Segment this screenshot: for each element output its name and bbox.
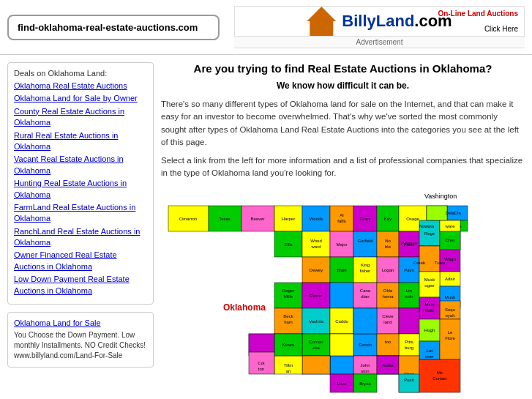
deals-title: Deals on Oklahoma Land: — [14, 69, 147, 78]
county-blaine[interactable] — [330, 257, 353, 283]
county-johnston[interactable] — [353, 356, 377, 374]
county-alfalfa[interactable] — [330, 206, 353, 231]
county-tulsa[interactable] — [419, 246, 440, 272]
county-oklahoma[interactable] — [377, 283, 399, 308]
county-kiowa[interactable] — [274, 334, 302, 356]
oklahoma-map: Vashington Cimarron Texas Beaver Harper … — [161, 187, 476, 400]
county-garfield[interactable] — [353, 231, 377, 257]
ad-banner[interactable]: BillyLand .com On-Line Land Auctions Cli… — [234, 6, 525, 37]
sidebar-deals: Deals on Oklahoma Land: Oklahoma Real Es… — [7, 62, 154, 305]
dela-label: Dela — [446, 211, 455, 215]
ware-label: ware — [444, 224, 455, 228]
header: find-oklahoma-real-estate-auctions.com B… — [0, 0, 532, 55]
county-canadian[interactable] — [353, 283, 377, 308]
county-lincoln[interactable] — [399, 283, 419, 308]
sidebar-link-8[interactable]: RanchLand Real Estate Auctions in Oklaho… — [14, 226, 147, 249]
county-noble[interactable] — [377, 231, 399, 257]
url-bar: find-oklahoma-real-estate-auctions.com — [7, 15, 220, 40]
county-mcclain[interactable] — [353, 308, 377, 334]
click-here[interactable]: Click Here — [484, 25, 518, 33]
sidebar-link-10[interactable]: Low Down Payment Real Estate Auctions in… — [14, 274, 147, 297]
billboard-name: BillyLand — [342, 12, 414, 31]
sidebar-link-1[interactable]: Oklahoma Real Estate Auctions — [14, 81, 147, 92]
sub-heading: We know how difficult it can be. — [161, 81, 525, 91]
county-ellis[interactable] — [274, 231, 302, 257]
county-murray[interactable] — [377, 334, 399, 356]
sidebar-land: Oklahoma Land for Sale You Choose the Do… — [7, 312, 154, 368]
county-carter[interactable] — [330, 334, 353, 356]
land-title-link[interactable]: Oklahoma Land for Sale — [14, 318, 147, 327]
county-beaver[interactable] — [241, 206, 274, 231]
main-heading: Are you trying to find Real Estate Aucti… — [161, 62, 525, 75]
county-cimarron[interactable] — [168, 206, 209, 231]
land-description: You Choose the Down Payment. Low monthly… — [14, 330, 147, 361]
county-cotton[interactable] — [302, 356, 330, 374]
county-dewey[interactable] — [302, 257, 330, 283]
county-marshall[interactable] — [330, 356, 353, 374]
county-garvin[interactable] — [353, 334, 377, 356]
county-major[interactable] — [330, 231, 353, 257]
county-woods[interactable] — [302, 206, 330, 231]
county-greer[interactable] — [249, 334, 274, 352]
sidebar-link-9[interactable]: Owner Financed Real Estate Auctions in O… — [14, 250, 147, 272]
county-seminole[interactable] — [399, 308, 419, 334]
county-mcintosh[interactable] — [419, 297, 440, 319]
county-beckham[interactable] — [274, 308, 302, 334]
county-woodward[interactable] — [302, 231, 330, 257]
county-roger-mills[interactable] — [274, 283, 302, 308]
county-kingfisher[interactable] — [353, 257, 377, 283]
county-okmulgee[interactable] — [419, 272, 440, 297]
county-bryan[interactable] — [353, 374, 377, 392]
content: Are you trying to find Real Estate Aucti… — [161, 62, 525, 399]
county-logan[interactable] — [377, 257, 399, 283]
county-cherokee[interactable] — [440, 231, 460, 250]
sidebar: Deals on Oklahoma Land: Oklahoma Real Es… — [7, 62, 154, 399]
county-comanche[interactable] — [302, 334, 330, 356]
county-kay[interactable] — [377, 206, 399, 231]
ad-label: Advertisement — [234, 37, 525, 48]
main-content: Deals on Oklahoma Land: Oklahoma Real Es… — [0, 55, 532, 399]
county-blaine-2[interactable] — [330, 283, 353, 308]
county-latimer[interactable] — [419, 341, 440, 359]
county-delaware-top[interactable] — [427, 206, 447, 220]
county-adair[interactable] — [440, 272, 460, 286]
map-oklahoma-label: Oklahoma — [223, 302, 266, 313]
county-pushmataha[interactable] — [399, 374, 419, 392]
county-custer[interactable] — [302, 283, 330, 308]
sidebar-link-3[interactable]: County Real Estate Auctions in Oklahoma — [14, 106, 147, 129]
county-cotton-2[interactable] — [249, 352, 274, 374]
county-atoka[interactable] — [377, 356, 399, 374]
county-texas[interactable] — [209, 206, 241, 231]
county-pittsburg[interactable] — [399, 334, 419, 356]
county-harper[interactable] — [274, 206, 302, 231]
tulsa2-label: Tulsa — [435, 261, 446, 265]
county-tillman[interactable] — [274, 356, 302, 374]
sidebar-link-2[interactable]: Oklahoma Land for Sale by Owner — [14, 93, 147, 104]
washington-label: Vashington — [424, 193, 457, 200]
county-washita[interactable] — [302, 308, 330, 334]
sidebar-link-6[interactable]: Hunting Real Estate Auctions in Oklahoma — [14, 178, 147, 201]
paragraph-1: There's so many different types of Oklah… — [161, 98, 525, 149]
sidebar-link-5[interactable]: Vacant Real Estate Auctions in Oklahoma — [14, 154, 147, 176]
nowata-2-label: Nowata — [419, 224, 435, 228]
county-caddo[interactable] — [330, 308, 353, 334]
county-le-flore[interactable] — [440, 319, 460, 359]
county-hughes[interactable] — [419, 319, 440, 341]
billboard-tagline: On-Line Land Auctions — [438, 10, 518, 18]
county-mccurtain[interactable] — [419, 359, 460, 392]
county-love[interactable] — [330, 374, 353, 392]
county-cleveland[interactable] — [377, 308, 399, 334]
sidebar-link-7[interactable]: FarmLand Real Estate Auctions in Oklahom… — [14, 202, 147, 225]
county-grant[interactable] — [353, 206, 377, 231]
paragraph-2: Select a link from the left for more inf… — [161, 154, 525, 180]
tulsa-label: Creek — [413, 261, 426, 265]
sidebar-link-4[interactable]: Rural Real Estate Auctions in Oklahoma — [14, 130, 147, 153]
pawnee-label: Pawnee — [401, 241, 417, 245]
county-sequoyah[interactable] — [440, 301, 460, 319]
